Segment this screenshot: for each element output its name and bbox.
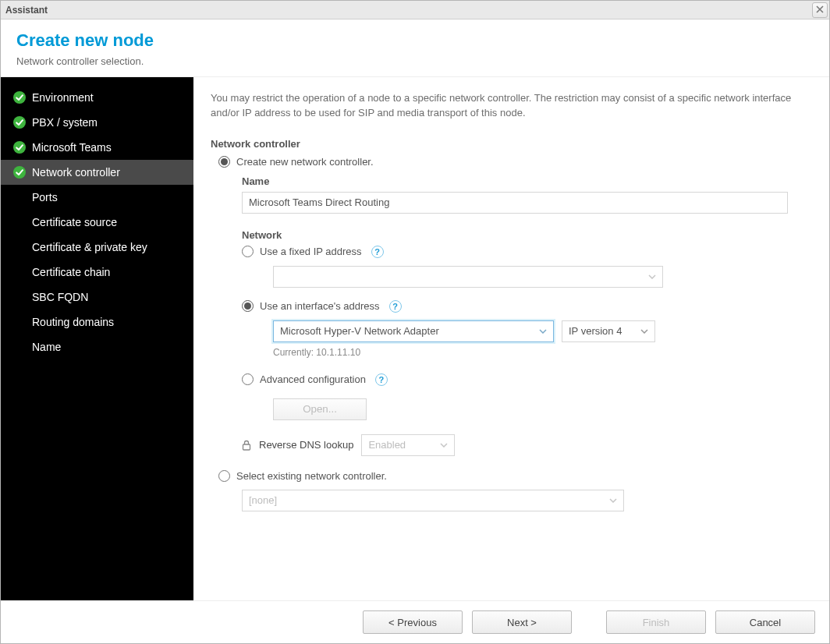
check-icon xyxy=(13,166,26,179)
radio-interface-address[interactable]: Use an interface's address ? xyxy=(242,300,812,313)
name-input[interactable] xyxy=(242,192,788,214)
chevron-down-icon xyxy=(640,329,648,334)
sidebar-item-label: Environment xyxy=(32,91,94,104)
intro-text: You may restrict the operation of a node… xyxy=(211,91,812,121)
reverse-dns-label: Reverse DNS lookup xyxy=(259,439,353,451)
radio-fixed-ip-label: Use a fixed IP address xyxy=(260,246,362,257)
sidebar-item-label: Network controller xyxy=(32,166,120,179)
sidebar-item-label: Certificate chain xyxy=(32,266,110,278)
previous-button[interactable]: < Previous xyxy=(363,610,463,634)
next-button[interactable]: Next > xyxy=(472,610,572,634)
radio-create-new-input[interactable] xyxy=(218,156,230,168)
currently-value: 10.1.11.10 xyxy=(316,347,360,358)
existing-controller-value: [none] xyxy=(249,494,277,506)
sidebar-item-name[interactable]: Name xyxy=(1,334,193,359)
sidebar-item-label: PBX / system xyxy=(32,116,98,129)
sidebar-item-label: Microsoft Teams xyxy=(32,141,112,154)
sidebar-item-sbc-fqdn[interactable]: SBC FQDN xyxy=(1,285,193,310)
sidebar-item-microsoft-teams[interactable]: Microsoft Teams xyxy=(1,135,193,160)
chevron-down-icon xyxy=(539,329,547,334)
sidebar-item-label: Certificate source xyxy=(32,216,117,228)
open-advanced-button: Open... xyxy=(273,398,367,420)
name-field-label: Name xyxy=(242,175,812,187)
check-icon xyxy=(13,116,26,129)
cancel-button[interactable]: Cancel xyxy=(715,610,815,634)
fixed-ip-select xyxy=(273,266,663,288)
radio-interface-address-label: Use an interface's address xyxy=(260,300,380,312)
section-network-controller: Network controller xyxy=(211,138,812,150)
help-icon[interactable]: ? xyxy=(371,246,384,258)
svg-point-3 xyxy=(13,166,26,179)
sidebar-item-certificate-source[interactable]: Certificate source xyxy=(1,210,193,235)
wizard-body: Environment PBX / system Microsoft Teams… xyxy=(1,77,829,600)
radio-select-existing-input[interactable] xyxy=(218,470,230,482)
sidebar-item-certificate-chain[interactable]: Certificate chain xyxy=(1,260,193,285)
ip-version-value: IP version 4 xyxy=(569,325,622,337)
help-icon[interactable]: ? xyxy=(389,300,402,313)
radio-select-existing-label: Select existing network controller. xyxy=(236,470,387,482)
sidebar-item-ports[interactable]: Ports xyxy=(1,185,193,210)
wizard-footer: < Previous Next > Finish Cancel xyxy=(1,600,829,643)
radio-create-new-label: Create new network controller. xyxy=(236,156,374,168)
check-icon xyxy=(13,91,26,104)
reverse-dns-select: Enabled xyxy=(361,434,455,456)
existing-controller-select: [none] xyxy=(242,490,624,511)
interface-adapter-value: Microsoft Hyper-V Network Adapter xyxy=(280,325,439,337)
svg-point-1 xyxy=(13,116,26,129)
lock-icon xyxy=(242,440,251,451)
main-panel: You may restrict the operation of a node… xyxy=(193,77,829,600)
svg-point-0 xyxy=(13,91,26,104)
page-title: Create new node xyxy=(16,30,814,51)
check-icon xyxy=(13,141,26,154)
radio-advanced-config-input[interactable] xyxy=(242,373,254,385)
svg-point-2 xyxy=(13,141,26,154)
ip-version-select[interactable]: IP version 4 xyxy=(562,320,655,342)
sidebar-item-network-controller[interactable]: Network controller xyxy=(1,160,193,185)
sidebar-item-certificate-private-key[interactable]: Certificate & private key xyxy=(1,235,193,260)
chevron-down-icon xyxy=(648,274,656,279)
window-title: Assistant xyxy=(5,5,48,16)
sidebar-item-label: Ports xyxy=(32,191,58,203)
sidebar-item-label: Certificate & private key xyxy=(32,241,147,253)
sidebar-item-routing-domains[interactable]: Routing domains xyxy=(1,310,193,334)
currently-prefix: Currently: xyxy=(273,347,316,358)
chevron-down-icon xyxy=(440,443,448,448)
sidebar: Environment PBX / system Microsoft Teams… xyxy=(1,77,193,600)
chevron-down-icon xyxy=(609,498,617,503)
titlebar: Assistant xyxy=(1,1,829,19)
radio-advanced-config-label: Advanced configuration xyxy=(260,373,366,385)
wizard-header: Create new node Network controller selec… xyxy=(1,19,829,77)
svg-rect-4 xyxy=(243,444,250,450)
close-icon xyxy=(816,5,824,16)
help-icon[interactable]: ? xyxy=(375,373,388,386)
interface-adapter-select[interactable]: Microsoft Hyper-V Network Adapter xyxy=(273,320,554,342)
assistant-window: Assistant Create new node Network contro… xyxy=(0,0,830,644)
currently-row: Currently: 10.1.11.10 xyxy=(273,347,812,358)
page-subtitle: Network controller selection. xyxy=(16,55,814,67)
radio-select-existing[interactable]: Select existing network controller. xyxy=(218,470,812,482)
radio-fixed-ip-input[interactable] xyxy=(242,246,254,257)
reverse-dns-value: Enabled xyxy=(368,439,406,451)
sidebar-item-label: SBC FQDN xyxy=(32,291,88,303)
network-field-label: Network xyxy=(242,229,812,241)
sidebar-item-pbx-system[interactable]: PBX / system xyxy=(1,110,193,135)
sidebar-item-label: Name xyxy=(32,341,61,353)
finish-button: Finish xyxy=(606,610,706,634)
radio-interface-address-input[interactable] xyxy=(242,300,254,312)
radio-create-new[interactable]: Create new network controller. xyxy=(218,156,812,168)
sidebar-item-environment[interactable]: Environment xyxy=(1,85,193,110)
sidebar-item-label: Routing domains xyxy=(32,316,114,328)
radio-advanced-config[interactable]: Advanced configuration ? xyxy=(242,373,812,386)
radio-fixed-ip[interactable]: Use a fixed IP address ? xyxy=(242,246,812,258)
close-button[interactable] xyxy=(812,2,828,18)
